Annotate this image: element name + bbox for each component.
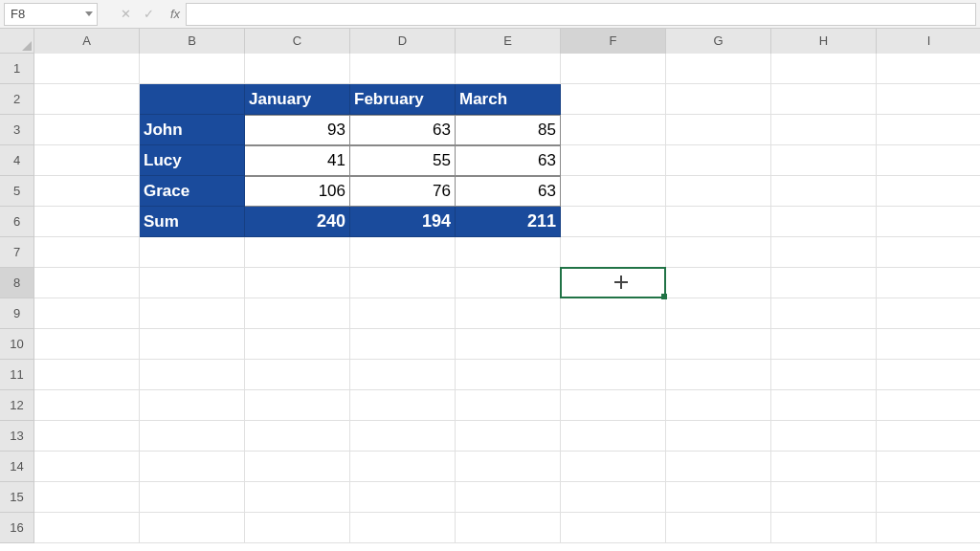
cell-E10[interactable] <box>456 329 561 360</box>
cell-E6[interactable]: 211 <box>456 207 561 237</box>
cell-D6[interactable]: 194 <box>350 207 456 237</box>
cell-G3[interactable] <box>666 115 771 145</box>
cell-B13[interactable] <box>140 421 245 452</box>
cell-G14[interactable] <box>666 452 771 482</box>
cell-A2[interactable] <box>34 84 140 115</box>
row-header-1[interactable]: 1 <box>0 54 34 84</box>
cell-I8[interactable] <box>877 268 980 298</box>
cell-F15[interactable] <box>561 482 666 513</box>
cell-B7[interactable] <box>140 237 245 268</box>
cell-G16[interactable] <box>666 513 771 543</box>
col-header-B[interactable]: B <box>140 29 245 54</box>
cell-A10[interactable] <box>34 329 140 360</box>
cell-D10[interactable] <box>350 329 456 360</box>
cell-I5[interactable] <box>877 176 980 207</box>
cell-C15[interactable] <box>245 482 350 513</box>
cell-G10[interactable] <box>666 329 771 360</box>
cell-I7[interactable] <box>877 237 980 268</box>
cell-C5[interactable]: 106 <box>245 176 350 207</box>
cell-I9[interactable] <box>877 298 980 329</box>
cell-C14[interactable] <box>245 452 350 482</box>
cell-F8[interactable] <box>561 268 666 298</box>
col-header-G[interactable]: G <box>666 29 771 54</box>
cell-I15[interactable] <box>877 482 980 513</box>
cell-H15[interactable] <box>771 482 877 513</box>
cell-F11[interactable] <box>561 360 666 390</box>
cell-E15[interactable] <box>456 482 561 513</box>
cell-G5[interactable] <box>666 176 771 207</box>
col-header-E[interactable]: E <box>456 29 561 54</box>
col-header-A[interactable]: A <box>34 29 140 54</box>
cell-I1[interactable] <box>877 54 980 84</box>
cell-F16[interactable] <box>561 513 666 543</box>
cell-A1[interactable] <box>34 54 140 84</box>
cell-I6[interactable] <box>877 207 980 237</box>
cell-I14[interactable] <box>877 452 980 482</box>
col-header-H[interactable]: H <box>771 29 877 54</box>
cell-B11[interactable] <box>140 360 245 390</box>
cell-I13[interactable] <box>877 421 980 452</box>
cell-B14[interactable] <box>140 452 245 482</box>
row-header-15[interactable]: 15 <box>0 482 34 513</box>
cell-I3[interactable] <box>877 115 980 145</box>
cell-E4[interactable]: 63 <box>456 145 561 176</box>
cell-H8[interactable] <box>771 268 877 298</box>
grid-body[interactable]: 1 2 January February March 3 <box>0 54 980 543</box>
row-header-12[interactable]: 12 <box>0 390 34 421</box>
col-header-F[interactable]: F <box>561 29 666 54</box>
cell-H4[interactable] <box>771 145 877 176</box>
cell-B2[interactable] <box>140 84 245 115</box>
cell-A14[interactable] <box>34 452 140 482</box>
cell-C16[interactable] <box>245 513 350 543</box>
cell-F5[interactable] <box>561 176 666 207</box>
cell-G2[interactable] <box>666 84 771 115</box>
cell-C4[interactable]: 41 <box>245 145 350 176</box>
cell-C8[interactable] <box>245 268 350 298</box>
chevron-down-icon[interactable] <box>85 11 93 16</box>
col-header-D[interactable]: D <box>350 29 456 54</box>
cell-G15[interactable] <box>666 482 771 513</box>
cell-H12[interactable] <box>771 390 877 421</box>
cell-F3[interactable] <box>561 115 666 145</box>
cell-I12[interactable] <box>877 390 980 421</box>
cell-H14[interactable] <box>771 452 877 482</box>
cell-E5[interactable]: 63 <box>456 176 561 207</box>
cell-C12[interactable] <box>245 390 350 421</box>
row-header-6[interactable]: 6 <box>0 207 34 237</box>
cell-C2[interactable]: January <box>245 84 350 115</box>
cell-A8[interactable] <box>34 268 140 298</box>
cell-B8[interactable] <box>140 268 245 298</box>
cell-C3[interactable]: 93 <box>245 115 350 145</box>
cell-B10[interactable] <box>140 329 245 360</box>
cell-A6[interactable] <box>34 207 140 237</box>
name-box[interactable]: F8 <box>4 3 98 26</box>
cell-H1[interactable] <box>771 54 877 84</box>
cell-H10[interactable] <box>771 329 877 360</box>
cell-A7[interactable] <box>34 237 140 268</box>
cell-B12[interactable] <box>140 390 245 421</box>
cell-B1[interactable] <box>140 54 245 84</box>
row-header-8[interactable]: 8 <box>0 268 34 298</box>
cell-A4[interactable] <box>34 145 140 176</box>
cell-H11[interactable] <box>771 360 877 390</box>
cell-D3[interactable]: 63 <box>350 115 456 145</box>
cell-D4[interactable]: 55 <box>350 145 456 176</box>
cell-B6[interactable]: Sum <box>140 207 245 237</box>
cell-F9[interactable] <box>561 298 666 329</box>
col-header-C[interactable]: C <box>245 29 350 54</box>
cell-C1[interactable] <box>245 54 350 84</box>
row-header-5[interactable]: 5 <box>0 176 34 207</box>
cell-I2[interactable] <box>877 84 980 115</box>
cell-H3[interactable] <box>771 115 877 145</box>
cell-A16[interactable] <box>34 513 140 543</box>
cell-C11[interactable] <box>245 360 350 390</box>
cell-E3[interactable]: 85 <box>456 115 561 145</box>
cell-C13[interactable] <box>245 421 350 452</box>
cell-G1[interactable] <box>666 54 771 84</box>
cell-B16[interactable] <box>140 513 245 543</box>
cell-E12[interactable] <box>456 390 561 421</box>
cell-G6[interactable] <box>666 207 771 237</box>
select-all-corner[interactable] <box>0 29 34 54</box>
row-header-9[interactable]: 9 <box>0 298 34 329</box>
cell-F2[interactable] <box>561 84 666 115</box>
